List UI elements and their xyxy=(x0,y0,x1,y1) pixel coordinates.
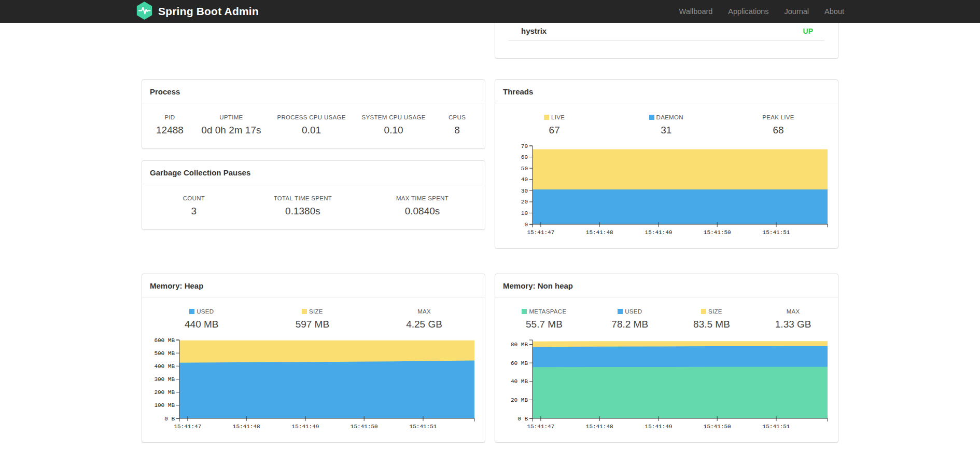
stat-value: 4.25 GB xyxy=(406,319,442,330)
stat-live: LIVE 67 xyxy=(539,114,570,136)
stat-value: 597 MB xyxy=(296,319,329,330)
svg-text:15:41:50: 15:41:50 xyxy=(704,424,731,430)
stat-label: USED xyxy=(611,308,648,315)
stat-label: SIZE xyxy=(296,308,329,315)
svg-text:0 B: 0 B xyxy=(517,416,528,422)
stat-value: 0.01 xyxy=(277,125,345,136)
stat-size: SIZE 597 MB xyxy=(296,308,329,330)
stat-label: USED xyxy=(185,308,218,315)
svg-text:15:41:49: 15:41:49 xyxy=(645,229,673,236)
nav-links: Wallboard Applications Journal About xyxy=(679,7,844,16)
svg-text:60: 60 xyxy=(521,154,528,160)
nav-link-applications[interactable]: Applications xyxy=(728,7,768,16)
svg-text:15:41:49: 15:41:49 xyxy=(292,424,319,430)
stat-label: SYSTEM CPU USAGE xyxy=(362,114,426,120)
panel-title: Memory: Non heap xyxy=(495,274,838,297)
threads-chart: 01020304050607015:41:4715:41:4815:41:491… xyxy=(498,141,835,239)
navbar: Spring Boot Admin Wallboard Applications… xyxy=(0,0,980,23)
stat-value: 0d 0h 2m 17s xyxy=(201,125,261,136)
legend-swatch-size xyxy=(701,309,706,314)
svg-text:15:41:51: 15:41:51 xyxy=(763,424,790,430)
stat-label: SIZE xyxy=(693,308,730,315)
stat-process-cpu-usage: PROCESS CPU USAGE 0.01 xyxy=(277,114,345,136)
application-status-panel: hystrix UP xyxy=(495,23,838,59)
svg-text:15:41:49: 15:41:49 xyxy=(645,424,673,430)
stat-value: 78.2 MB xyxy=(611,319,648,330)
stat-max: MAX 1.33 GB xyxy=(775,308,811,330)
nav-link-journal[interactable]: Journal xyxy=(785,7,809,16)
memory-heap-chart: 0 B100 MB200 MB300 MB400 MB500 MB600 MB1… xyxy=(145,335,482,433)
stat-value: 440 MB xyxy=(185,319,218,330)
stat-count: COUNT 3 xyxy=(178,195,209,217)
svg-text:60 MB: 60 MB xyxy=(511,360,528,366)
stat-label: PID xyxy=(154,114,185,120)
stat-value: 12488 xyxy=(154,125,185,136)
left-column: Process PID 12488 UPTIME 0d 0h 2m 17s PR… xyxy=(142,79,485,249)
stat-label: METASPACE xyxy=(522,308,566,315)
legend-swatch-used xyxy=(189,309,194,314)
threads-panel: Threads LIVE 67 DAEMON 31 xyxy=(495,79,838,249)
brand[interactable]: Spring Boot Admin xyxy=(136,1,259,22)
process-panel: Process PID 12488 UPTIME 0d 0h 2m 17s PR… xyxy=(142,79,485,149)
svg-text:0: 0 xyxy=(524,222,528,228)
stat-label: COUNT xyxy=(178,195,209,201)
svg-text:15:41:47: 15:41:47 xyxy=(527,424,554,430)
nav-link-wallboard[interactable]: Wallboard xyxy=(679,7,713,16)
stat-cpus: CPUS 8 xyxy=(442,114,473,136)
gc-pauses-panel: Garbage Collection Pauses COUNT 3 TOTAL … xyxy=(142,160,485,230)
stat-value: 8 xyxy=(442,125,473,136)
stat-value: 55.7 MB xyxy=(522,319,566,330)
application-row[interactable]: hystrix UP xyxy=(495,23,838,40)
stat-value: 67 xyxy=(539,125,570,136)
stat-label: MAX xyxy=(775,308,811,315)
stat-label: CPUS xyxy=(442,114,473,120)
row-divider xyxy=(509,40,824,40)
stat-peak-live: PEAK LIVE 68 xyxy=(762,114,794,136)
svg-text:600 MB: 600 MB xyxy=(154,337,175,344)
heap-stats: USED 440 MB SIZE 597 MB MAX 4.25 GB xyxy=(142,297,485,333)
threads-stats: LIVE 67 DAEMON 31 PEAK LIVE 68 xyxy=(495,103,838,139)
svg-text:80 MB: 80 MB xyxy=(511,342,528,348)
stat-label: LIVE xyxy=(539,114,570,120)
stat-total-time-spent: TOTAL TIME SPENT 0.1380s xyxy=(274,195,332,217)
stat-label: MAX xyxy=(406,308,442,315)
svg-text:30: 30 xyxy=(521,188,528,194)
stat-max: MAX 4.25 GB xyxy=(406,308,442,330)
stat-daemon: DAEMON 31 xyxy=(649,114,683,136)
stat-label: DAEMON xyxy=(649,114,683,120)
stat-label: PEAK LIVE xyxy=(762,114,794,120)
panel-title: Threads xyxy=(495,80,838,103)
stat-value: 83.5 MB xyxy=(693,319,730,330)
legend-swatch-metaspace xyxy=(522,309,527,314)
gc-stats: COUNT 3 TOTAL TIME SPENT 0.1380s MAX TIM… xyxy=(142,184,485,229)
legend-swatch-live xyxy=(544,115,549,120)
svg-text:300 MB: 300 MB xyxy=(154,376,175,383)
svg-text:0 B: 0 B xyxy=(164,416,175,422)
stat-size: SIZE 83.5 MB xyxy=(693,308,730,330)
stat-uptime: UPTIME 0d 0h 2m 17s xyxy=(201,114,261,136)
svg-text:10: 10 xyxy=(521,210,528,216)
nav-link-about[interactable]: About xyxy=(824,7,844,16)
svg-text:15:41:50: 15:41:50 xyxy=(704,229,731,236)
svg-text:15:41:48: 15:41:48 xyxy=(586,424,613,430)
svg-text:15:41:51: 15:41:51 xyxy=(410,424,437,430)
svg-text:40 MB: 40 MB xyxy=(511,378,528,385)
legend-swatch-used xyxy=(618,309,623,314)
legend-swatch-size xyxy=(302,309,307,314)
stat-label: PROCESS CPU USAGE xyxy=(277,114,345,120)
stat-value: 1.33 GB xyxy=(775,319,811,330)
svg-text:50: 50 xyxy=(521,166,528,172)
memory-heap-panel: Memory: Heap USED 440 MB SIZE 597 MB xyxy=(142,274,485,443)
application-name: hystrix xyxy=(521,26,547,35)
stat-value: 0.10 xyxy=(362,125,426,136)
stat-used: USED 78.2 MB xyxy=(611,308,648,330)
process-stats: PID 12488 UPTIME 0d 0h 2m 17s PROCESS CP… xyxy=(142,103,485,148)
panel-title: Garbage Collection Pauses xyxy=(142,161,485,184)
panel-title: Process xyxy=(142,80,485,103)
panel-title: Memory: Heap xyxy=(142,274,485,297)
brand-pulse-hexagon-icon xyxy=(136,1,153,22)
brand-title: Spring Boot Admin xyxy=(158,5,259,18)
stat-value: 68 xyxy=(762,125,794,136)
empty-left-cell xyxy=(142,23,485,59)
svg-text:100 MB: 100 MB xyxy=(154,402,175,408)
